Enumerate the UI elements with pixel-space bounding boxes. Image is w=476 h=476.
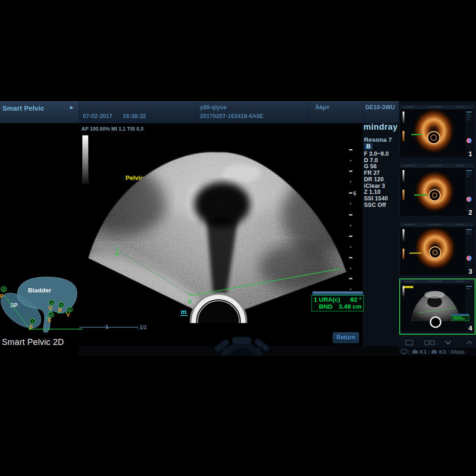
thumbnail-annotation <box>411 134 422 135</box>
header-divider <box>308 102 309 122</box>
param-ssi: SSI 1540 <box>364 196 389 202</box>
caliper-point-p[interactable] <box>117 248 119 250</box>
header-divider <box>79 102 79 122</box>
svg-text:S: S <box>29 324 33 330</box>
pager-page-indicator: 1/1 <box>139 324 146 330</box>
thumbnail-4-image <box>400 279 474 331</box>
measurement-box-body: 1 URA(c) 92 ° BND 3.49 cm <box>311 295 364 311</box>
thumbnail-2-image <box>400 164 474 216</box>
thumbnail-annotation <box>410 252 422 254</box>
ultrasound-workstation-screen: { "header": { "tab_label": "Smart Pelvic… <box>0 0 476 476</box>
param-framerate: FR 27 <box>364 170 389 177</box>
system-model: Resona 7 <box>364 136 392 143</box>
tab-smart-pelvic[interactable]: Smart Pelvic ▶ <box>0 101 79 123</box>
measurement-box-titlebar[interactable] <box>312 291 363 295</box>
depth-ruler: 5 <box>349 149 356 301</box>
trackball-top-key[interactable] <box>232 337 251 344</box>
probe-model: DE10-3WU <box>365 104 395 111</box>
svg-text:5: 5 <box>60 303 63 307</box>
caliper-label-s: S <box>188 298 192 305</box>
monitor-icon <box>401 349 407 355</box>
svg-text:2: 2 <box>3 287 5 291</box>
shortcut-key-k3: K3 <box>439 349 446 355</box>
measurement-name-ura: URA(c) <box>319 296 350 303</box>
dual-layout-icon[interactable] <box>430 341 435 344</box>
header-divider <box>363 102 363 122</box>
chevron-up-icon[interactable] <box>467 341 472 344</box>
svg-text:U: U <box>48 305 52 311</box>
measurement-name-bnd: BND <box>319 303 338 310</box>
thumbnail-3-image <box>400 223 474 275</box>
return-button[interactable]: Return <box>333 332 359 343</box>
patient-name: y88-qiyue <box>200 104 227 111</box>
diagram-point-e: 4 E <box>48 312 54 323</box>
operator-field: Åèµ× <box>315 104 329 111</box>
imaging-parameters: F 3.0~9.0 D 7.0 G 56 FR 27 DR 120 iClear… <box>364 151 389 208</box>
thumbnail-3-number: 3 <box>469 267 472 275</box>
exam-time: 16:38:32 <box>123 113 146 119</box>
orientation-marker: m <box>180 308 188 316</box>
bladder-label: Bladder <box>28 287 52 294</box>
diagram-point-v: 6 V <box>66 307 73 318</box>
shortcut-hint-bar: : K1 : K3 : iVisio <box>399 348 476 356</box>
svg-text:1: 1 <box>32 319 34 324</box>
param-depth: D 7.0 <box>364 158 389 164</box>
thumbnail-1-image <box>400 105 474 157</box>
thumbnail-annotation <box>404 286 413 288</box>
grayscale-bar <box>82 135 88 184</box>
single-layout-icon[interactable] <box>406 340 413 345</box>
measurement-result-box: 1 URA(c) 92 ° BND 3.49 cm <box>311 291 364 311</box>
mindray-logo: mindray <box>364 122 398 132</box>
workflow-caption: Smart Pelvic 2D <box>2 337 64 347</box>
depth-tick-label: 5 <box>353 191 356 196</box>
measurement-value-ura: 92 ° <box>350 296 362 303</box>
camera-icon <box>431 349 437 354</box>
shortcut-separator: : <box>447 349 449 355</box>
svg-text:3: 3 <box>51 301 53 305</box>
thumbnail-1[interactable]: 1 <box>400 105 474 157</box>
pelvic-schematic-diagram: Bladder SP 1 S 2 P 3 U 4 E 5 R 6 V <box>0 275 84 338</box>
camera-icon <box>412 349 418 354</box>
exam-id: 20170207-163418-6A8E <box>200 113 264 119</box>
svg-text:E: E <box>48 317 51 323</box>
param-iclear: iClear 3 <box>364 183 389 190</box>
thumbnail-1-number: 1 <box>469 150 472 158</box>
thumbnail-4-number: 4 <box>469 324 472 332</box>
exam-date: 07-02-2017 <box>83 113 112 119</box>
param-frequency: F 3.0~9.0 <box>364 151 389 158</box>
trackball-control-hint <box>210 336 273 356</box>
thumbnail-2[interactable]: 2 <box>400 164 474 216</box>
caliper-label-p: P <box>115 251 119 258</box>
shortcut-separator: : <box>428 349 430 355</box>
letterbox-bottom <box>0 356 476 476</box>
pager-current-marker[interactable]: 1 <box>104 324 110 330</box>
imaging-mode-badge: B <box>364 143 372 150</box>
svg-text:P: P <box>0 293 3 299</box>
param-ssc: SSC Off <box>364 202 389 209</box>
acoustic-output-status: AP 100.00% MI 1.1 TIS 0.3 <box>81 126 144 132</box>
svg-text:4: 4 <box>50 313 53 317</box>
measurement-value-bnd: 3.49 cm <box>338 303 362 310</box>
svg-text:6: 6 <box>69 308 71 312</box>
param-zoom: Z 1.10 <box>364 189 389 196</box>
header-divider <box>195 102 196 122</box>
orientation-marker-m: m <box>181 308 186 316</box>
chevron-down-icon[interactable] <box>445 341 451 344</box>
shortcut-ivision-label: iVisio <box>450 349 464 355</box>
param-gain: G 56 <box>364 164 389 170</box>
measurement-index: 1 <box>314 296 319 303</box>
chevron-right-icon[interactable]: ▶ <box>70 105 73 110</box>
clipboard-toolbar <box>399 337 476 348</box>
svg-text:V: V <box>66 312 70 317</box>
symphysis-label: SP <box>10 302 18 309</box>
shortcut-separator: : <box>409 349 410 355</box>
dual-layout-icon[interactable] <box>425 341 429 344</box>
caliper-point-s[interactable] <box>189 293 191 295</box>
svg-text:R: R <box>58 307 62 313</box>
param-dynamic-range: DR 120 <box>364 177 389 183</box>
thumbnail-3[interactable]: 3 <box>400 223 474 275</box>
shortcut-key-k1: K1 <box>420 349 427 355</box>
thumbnail-2-number: 2 <box>469 208 472 216</box>
thumbnail-4[interactable]: 4 <box>400 279 474 331</box>
tab-smart-pelvic-label: Smart Pelvic <box>2 104 44 112</box>
